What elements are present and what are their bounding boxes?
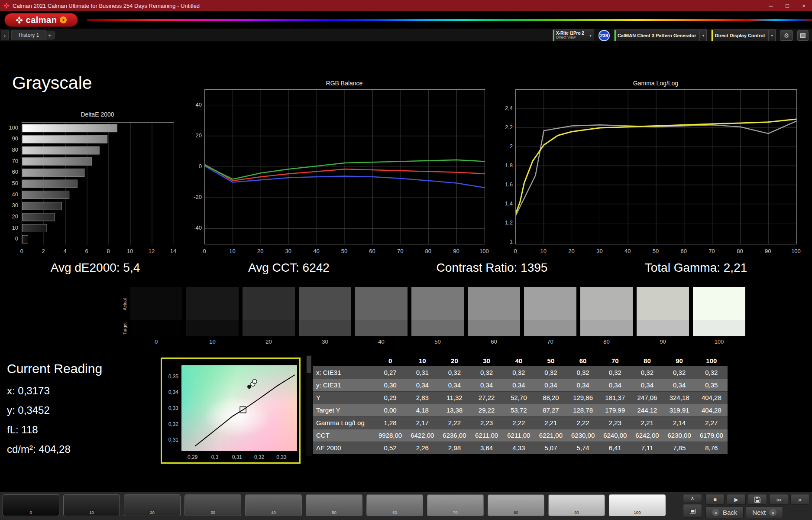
table-cell: 0,34 (599, 379, 631, 391)
table-row-label: x: CIE31 (313, 366, 374, 379)
deltae-ytick-label: 20 (1, 213, 18, 220)
swatch-level-label: 100 (715, 338, 724, 345)
cie-gamut-plot (181, 365, 297, 451)
pattern-patch-row: 0102030405060708090100 (3, 494, 666, 516)
page-title: Grayscale (12, 73, 92, 93)
back-button-label: Back (723, 509, 737, 516)
table-cell: 0,34 (406, 379, 438, 391)
table-col-header: 70 (599, 355, 631, 366)
cie-xtick-label: 0,31 (229, 454, 245, 460)
pattern-patch-60[interactable]: 60 (366, 494, 423, 516)
deltae-ytick-label: 70 (1, 158, 18, 165)
table-cell: 6179,00 (696, 429, 728, 442)
table-scrollbar-thumb[interactable] (307, 356, 311, 373)
table-row-label: Target Y (313, 404, 374, 416)
avg-de2000-stat: Avg dE2000: 5,4 (9, 261, 182, 276)
gamma-chart (515, 89, 797, 244)
table-cell: 2,14 (663, 416, 696, 429)
swatch-actual-color (130, 287, 182, 320)
table-cell: 6,41 (599, 442, 631, 454)
table-cell: 88,20 (535, 391, 567, 404)
grayscale-swatch-80: 80 (580, 287, 633, 345)
stop-button[interactable]: ■ (705, 494, 725, 505)
cie-xtick-label: 0,29 (185, 454, 201, 460)
swatch-target-color (299, 320, 351, 336)
gamma-xtick-label: 40 (618, 248, 637, 254)
swatch-box (299, 287, 351, 336)
pattern-patch-0[interactable]: 0 (3, 494, 59, 516)
maximize-button[interactable]: □ (779, 0, 796, 11)
chevron-down-icon[interactable]: ▾ (768, 30, 775, 41)
gamma-xtick-label: 20 (562, 248, 581, 254)
rgb-xtick-label: 80 (419, 248, 438, 254)
transport-row-1: ■ ▶ ∞ » (705, 494, 809, 505)
pattern-patch-70[interactable]: 70 (427, 494, 484, 516)
table-scrollbar[interactable] (306, 355, 312, 456)
gamma-ytick-label: 1,2 (495, 219, 513, 226)
expand-patterns-button[interactable]: ∧ (683, 494, 702, 502)
table-cell: 2,17 (406, 416, 438, 429)
pattern-patch-80[interactable]: 80 (488, 494, 544, 516)
cie-ytick-label: 0,35 (164, 374, 178, 380)
pattern-patch-100[interactable]: 100 (609, 494, 666, 516)
table-cell: 2,22 (438, 416, 470, 429)
table-cell: 52,70 (503, 391, 535, 404)
rgb-ytick-label: 40 (184, 101, 202, 108)
play-button[interactable]: ▶ (727, 494, 746, 505)
current-reading-title: Current Reading (7, 361, 102, 376)
pattern-patch-50[interactable]: 50 (306, 494, 362, 516)
grayscale-swatch-30: 30 (299, 287, 351, 345)
close-button[interactable]: × (796, 0, 812, 11)
deltae-ytick-label: 60 (1, 169, 18, 176)
pattern-patch-label: 60 (367, 510, 423, 515)
table-cell: 9928,00 (374, 429, 406, 442)
settings-button[interactable]: ⚙ (780, 30, 793, 41)
pattern-window-toggle-button[interactable] (683, 504, 702, 518)
table-col-header: 50 (535, 355, 567, 366)
pattern-patch-10[interactable]: 10 (63, 494, 120, 516)
loop-button[interactable]: ∞ (769, 494, 788, 505)
pattern-window-button[interactable] (797, 30, 809, 41)
cie-ytick-label: 0,33 (164, 405, 178, 411)
rgb-xtick-label: 20 (251, 248, 270, 254)
pattern-generator-selector[interactable]: CalMAN Client 3 Pattern Generator ▾ (614, 29, 707, 41)
skip-button[interactable]: » (790, 494, 809, 505)
meter-device-selector[interactable]: X-Rite i1Pro 2 Direct View ▾ (553, 29, 594, 41)
device-cluster: X-Rite i1Pro 2 Direct View ▾ 238 CalMAN … (553, 29, 809, 41)
add-tab-button[interactable]: + (45, 31, 55, 39)
next-button[interactable]: Next » (746, 507, 783, 518)
pattern-window-icon (800, 33, 806, 38)
pattern-patch-90[interactable]: 90 (548, 494, 605, 516)
gamma-xtick-label: 70 (702, 248, 721, 254)
table-row: Gamma Log/Log1,282,172,222,232,222,212,2… (313, 416, 728, 429)
swatch-level-label: 50 (434, 338, 440, 345)
minimize-button[interactable]: ─ (763, 0, 779, 11)
pattern-patch-20[interactable]: 20 (124, 494, 181, 516)
table-cell: 0,32 (471, 366, 503, 379)
display-control-selector[interactable]: Direct Display Control ▾ (711, 29, 776, 41)
gamma-xtick-label: 90 (758, 248, 777, 254)
tab-history-1-label: History 1 (19, 32, 39, 38)
grayscale-swatch-50: 50 (411, 287, 464, 345)
table-cell: 53,72 (503, 404, 535, 416)
cie-xtick-label: 0,32 (252, 454, 267, 460)
table-cell: 8,76 (696, 442, 728, 454)
history-panel-toggle[interactable]: › (1, 30, 9, 40)
table-cell: 27,22 (471, 391, 503, 404)
swatch-actual-color (468, 287, 520, 320)
save-button[interactable] (748, 494, 767, 505)
table-cell: 0,30 (374, 379, 406, 391)
calman-menu-button[interactable]: calman ▼ (4, 13, 78, 27)
chevron-down-icon[interactable]: ▾ (587, 30, 594, 41)
cie-ytick-label: 0,34 (164, 389, 178, 395)
back-button[interactable]: « Back (705, 507, 744, 518)
tab-history-1[interactable]: History 1 (11, 30, 46, 40)
meter-status-accent (553, 30, 554, 41)
pattern-patch-label: 10 (64, 510, 120, 515)
pattern-patch-40[interactable]: 40 (245, 494, 302, 516)
pattern-patch-label: 20 (124, 510, 180, 515)
chevron-down-icon[interactable]: ▾ (699, 30, 706, 41)
rgb-xtick-label: 40 (307, 248, 326, 254)
pattern-patch-30[interactable]: 30 (184, 494, 241, 516)
table-cell: 0,32 (599, 366, 631, 379)
